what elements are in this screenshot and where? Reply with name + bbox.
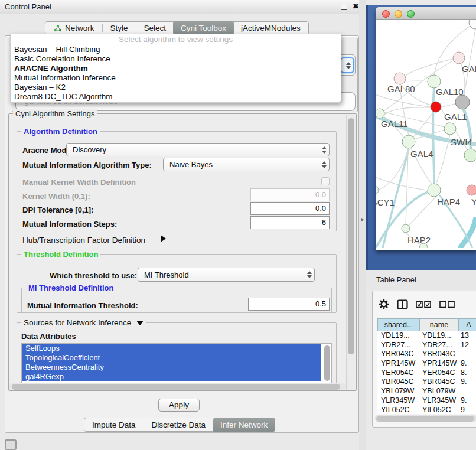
network-edge[interactable]	[406, 58, 459, 76]
zoom-traffic-light-icon[interactable]	[407, 10, 415, 18]
table-row[interactable]: YPR145WYPR145W9.	[377, 359, 476, 369]
network-edge[interactable]	[459, 217, 476, 248]
table-row[interactable]: YLR345WYLR345W9.	[377, 396, 476, 406]
table-row[interactable]: YER054CYER054C8.	[377, 369, 476, 378]
algorithm-option[interactable]: Mutual Information Inference	[11, 73, 341, 83]
attribute-item-selected[interactable]: gal4RGexp	[22, 372, 321, 381]
tab-impute-data[interactable]: Impute Data	[84, 419, 144, 431]
table-cell: YER054C	[420, 369, 459, 378]
columns-icon[interactable]	[397, 299, 408, 309]
table-row[interactable]: YBL079WYBL079W	[377, 387, 476, 396]
table-row[interactable]: YDR27...YDR27...12	[377, 341, 476, 350]
data-attributes-list[interactable]: SelfLoopsTopologicalCoefficientBetweenne…	[21, 343, 332, 384]
algorithm-option[interactable]: Dream8 DC_TDC Algorithm	[11, 92, 341, 102]
tab-discretize-data[interactable]: Discretize Data	[144, 419, 214, 431]
network-node-hap4[interactable]	[428, 184, 441, 197]
dpi-tolerance-field[interactable]: 0.0	[250, 202, 330, 215]
settings-legend: Cyni Algorithm Settings	[13, 109, 97, 118]
table-cell: YDL19...	[377, 331, 420, 341]
network-node-gal4[interactable]	[402, 135, 415, 148]
network-window-titlebar[interactable]	[376, 7, 476, 20]
page-title: Control Panel	[5, 2, 51, 11]
table-row[interactable]: YBR043CYBR043C	[377, 350, 476, 359]
scrollbar-thumb[interactable]	[348, 118, 354, 354]
close-icon[interactable]: ✖	[353, 2, 359, 11]
network-node-swi4[interactable]	[464, 149, 476, 162]
list-scrollbar[interactable]	[324, 345, 330, 381]
table-row[interactable]: YDL19...YDL19...13	[377, 331, 476, 341]
mi-threshold-field[interactable]: 0.5	[248, 298, 330, 311]
table-row[interactable]: YIL052CYIL052C9	[377, 406, 476, 415]
scrollbar-thumb[interactable]	[376, 416, 474, 422]
network-node-gcy1[interactable]	[376, 186, 379, 194]
column-header-name[interactable]: name	[420, 318, 459, 331]
tab-infer-network[interactable]: Infer Network	[213, 418, 275, 432]
tab-style[interactable]: Style	[103, 22, 136, 34]
network-node-gal10[interactable]	[428, 75, 441, 88]
settings-vertical-scrollbar[interactable]	[346, 115, 355, 390]
which-threshold-combo[interactable]: MI Threshold	[138, 268, 315, 282]
close-traffic-light-icon[interactable]	[382, 10, 390, 18]
field-value: 0.5	[315, 299, 326, 308]
table-cell: YBL079W	[420, 387, 459, 396]
kernel-width-field[interactable]: 0.0	[250, 188, 330, 201]
network-node-gal11[interactable]	[376, 109, 384, 118]
field-value: 6	[322, 218, 326, 227]
select-all-icon[interactable]	[416, 301, 432, 308]
network-node-gal1[interactable]	[444, 123, 456, 135]
network-canvas[interactable]: GALGAL80GAL10GAL1GAL11SWI4GAL4GCY1HAP4YH…	[376, 20, 476, 248]
node-label: GAL10	[436, 87, 464, 97]
collapsed-arrow-icon[interactable]	[161, 235, 166, 242]
table-cell: 9.	[459, 396, 476, 406]
algorithm-option[interactable]: ARACNE Algorithm	[11, 64, 341, 73]
gear-icon[interactable]	[379, 299, 389, 309]
network-node[interactable]	[469, 20, 476, 29]
algorithm-option[interactable]: Bayesian – K2	[11, 83, 341, 92]
deselect-all-icon[interactable]	[439, 301, 455, 308]
column-header-shared[interactable]: shared...	[377, 318, 420, 331]
table-cell: YDR27...	[377, 341, 420, 350]
apply-button[interactable]: Apply	[158, 399, 200, 412]
tab-network[interactable]: Network	[45, 22, 102, 34]
column-header-partial[interactable]: A	[459, 318, 476, 331]
field-value: 0.0	[315, 190, 326, 199]
scrollbar-thumb[interactable]	[12, 384, 340, 390]
table-row[interactable]: YBR045CYBR045C9.	[377, 377, 476, 387]
algorithm-option[interactable]: Bayesian – Hill Climbing	[11, 45, 341, 54]
hub-section-label[interactable]: Hub/Transcription Factor Definition	[22, 236, 145, 244]
network-node-y[interactable]	[467, 185, 476, 195]
combo-spinner-focused[interactable]	[340, 57, 354, 73]
network-node[interactable]	[455, 95, 470, 109]
table-horizontal-scrollbar[interactable]	[375, 415, 476, 422]
aracne-mode-combo[interactable]: Discovery	[66, 143, 330, 156]
network-node-hap2[interactable]	[402, 224, 410, 233]
network-edge[interactable]	[405, 81, 428, 81]
settings-horizontal-scrollbar[interactable]	[9, 383, 346, 390]
mi-type-combo[interactable]: Naive Bayes	[163, 158, 330, 171]
tab-jactivemnodules[interactable]: jActiveMNodules	[233, 22, 308, 34]
mi-steps-field[interactable]: 6	[250, 216, 330, 229]
attribute-item-selected[interactable]: TopologicalCoefficient	[22, 353, 321, 363]
tab-cyni-toolbox[interactable]: Cyni Toolbox	[173, 21, 234, 35]
node-label: GCY1	[376, 197, 395, 207]
network-edge[interactable]	[384, 107, 431, 115]
attribute-item-selected[interactable]: SelfLoops	[22, 344, 321, 353]
minimize-traffic-light-icon[interactable]	[395, 10, 402, 18]
minimized-window-icon[interactable]	[5, 439, 17, 450]
table-header-row: shared... name A	[377, 318, 476, 331]
spinner-icon	[307, 271, 312, 278]
node-label: GAL1	[444, 112, 467, 122]
manual-kernel-checkbox[interactable]	[321, 177, 330, 185]
attribute-item-selected[interactable]: BetweennessCentrality	[22, 363, 321, 372]
divider-grabber-icon[interactable]	[361, 217, 364, 222]
network-node-gal80[interactable]	[394, 73, 406, 84]
network-window[interactable]: GALGAL80GAL10GAL1GAL11SWI4GAL4GCY1HAP4YH…	[376, 7, 476, 250]
network-node[interactable]	[431, 102, 441, 112]
network-edge[interactable]	[464, 29, 475, 95]
panel-divider[interactable]	[359, 0, 366, 450]
float-window-icon[interactable]	[341, 4, 347, 10]
sources-legend[interactable]: Sources for Network Inference	[21, 318, 146, 327]
tab-select[interactable]: Select	[136, 22, 174, 34]
algorithm-option[interactable]: Basic Correlation Inference	[11, 54, 341, 64]
network-node-gal[interactable]	[453, 52, 465, 64]
